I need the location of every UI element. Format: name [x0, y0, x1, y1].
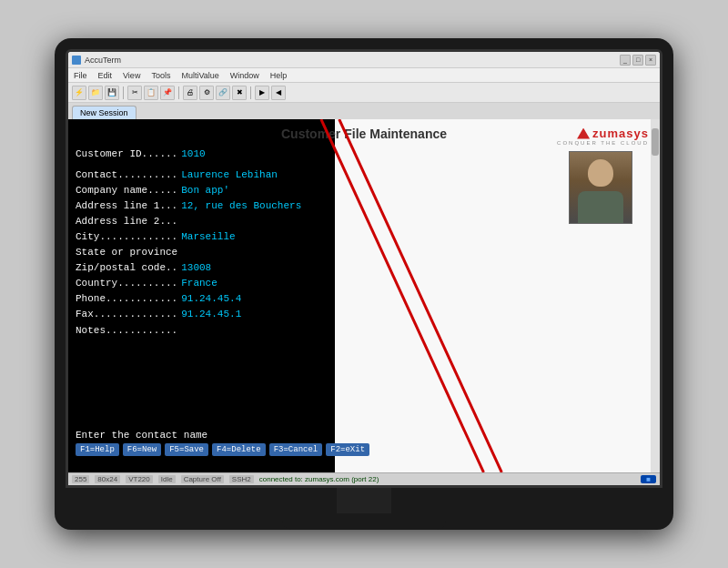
- country-label: Country..........: [76, 276, 177, 291]
- customer-id-label: Customer ID......: [76, 147, 177, 162]
- status-size: 255: [72, 475, 89, 483]
- row-notes: Notes............: [76, 323, 318, 339]
- status-term-type: VT220: [126, 475, 153, 483]
- prompt-area: Enter the contact name: [76, 430, 207, 441]
- phone-label: Phone............: [76, 291, 177, 307]
- contact-label: Contact..........: [76, 167, 177, 183]
- fkey-f4[interactable]: F4=Delete: [212, 443, 266, 456]
- app-title: AccuTerm: [85, 56, 121, 65]
- tab-new-session[interactable]: New Session: [72, 106, 136, 119]
- status-term-size: 80x24: [95, 475, 120, 483]
- toolbar-sep-2: [178, 86, 179, 99]
- status-connection: connected to: zumasys.com (port 22): [259, 475, 379, 483]
- photo-placeholder: [570, 152, 632, 223]
- terminal-content: Customer ID...... 1010 Contact..........…: [76, 147, 318, 339]
- row-address1: Address line 1... 12, rue des Bouchers: [76, 198, 318, 214]
- monitor: AccuTerm _ □ × File Edit View Tools Mult…: [55, 38, 673, 530]
- menu-edit[interactable]: Edit: [96, 71, 115, 80]
- country-value: France: [181, 276, 217, 291]
- menu-window[interactable]: Window: [228, 71, 261, 80]
- status-indicator: ■: [641, 475, 656, 483]
- app-icon: [72, 56, 81, 65]
- close-button[interactable]: ×: [645, 55, 656, 66]
- zumasys-icon: [577, 128, 590, 139]
- row-zip: Zip/postal code.. 13008: [76, 260, 318, 276]
- company-value: Bon app': [181, 183, 229, 198]
- row-company: Company name..... Bon app': [76, 183, 318, 198]
- menu-multivalue[interactable]: MultiValue: [179, 71, 220, 80]
- zumasys-name: zumasys: [592, 127, 649, 140]
- status-capture: Capture Off: [181, 475, 224, 483]
- toolbar: ⚡ 📁 💾 ✂ 📋 📌 🖨 ⚙ 🔗 ✖ ▶ ◀: [68, 83, 660, 103]
- toolbar-btn-settings[interactable]: ⚙: [199, 86, 214, 100]
- prompt-text: Enter the contact name: [76, 430, 207, 441]
- screen-bezel: AccuTerm _ □ × File Edit View Tools Mult…: [66, 49, 662, 488]
- toolbar-btn-save[interactable]: 💾: [105, 86, 119, 100]
- toolbar-btn-paste[interactable]: 📌: [160, 86, 175, 100]
- fkey-bar: F1=Help F6=New F5=Save F4=Delete F3=Canc…: [76, 443, 369, 456]
- address2-label: Address line 2...: [76, 214, 177, 229]
- row-country: Country.......... France: [76, 276, 318, 291]
- row-fax: Fax.............. 91.24.45.1: [76, 307, 318, 322]
- minimize-button[interactable]: _: [620, 55, 631, 66]
- tab-bar: New Session: [68, 103, 660, 119]
- phone-value: 91.24.45.4: [181, 291, 241, 307]
- fkey-f2[interactable]: F2=eXit: [326, 443, 369, 456]
- cfm-title: Customer File Maintenance: [281, 127, 447, 141]
- address2-censor: [181, 214, 308, 223]
- address1-value: 12, rue des Bouchers: [181, 198, 301, 214]
- app-window: AccuTerm _ □ × File Edit View Tools Mult…: [68, 52, 660, 485]
- toolbar-btn-new[interactable]: ⚡: [72, 86, 86, 100]
- toolbar-sep-1: [123, 86, 124, 99]
- menu-help[interactable]: Help: [268, 71, 289, 80]
- toolbar-btn-copy[interactable]: 📋: [144, 86, 158, 100]
- zumasys-tagline: CONQUER THE CLOUD: [557, 140, 649, 146]
- state-censor: [181, 245, 272, 254]
- scrollbar-thumb[interactable]: [652, 128, 659, 156]
- city-value: Marseille: [181, 229, 235, 245]
- country-censor: [221, 276, 294, 285]
- toolbar-btn-disconnect[interactable]: ✖: [232, 86, 247, 100]
- customer-id-censor: [209, 147, 318, 156]
- city-label: City.............: [76, 229, 177, 245]
- toolbar-btn-extra1[interactable]: ▶: [255, 86, 269, 100]
- toolbar-btn-open[interactable]: 📁: [88, 86, 103, 100]
- status-idle: Idle: [158, 475, 176, 483]
- toolbar-btn-connect[interactable]: 🔗: [216, 86, 230, 100]
- fkey-f3[interactable]: F3=Cancel: [269, 443, 323, 456]
- row-address2: Address line 2...: [76, 214, 318, 229]
- fkey-f1[interactable]: F1=Help: [76, 443, 119, 456]
- row-phone: Phone............ 91.24.45.4: [76, 291, 318, 307]
- title-bar-left: AccuTerm: [72, 56, 121, 65]
- photo-head: [588, 159, 613, 187]
- fkey-f5[interactable]: F5=Save: [165, 443, 208, 456]
- toolbar-btn-cut[interactable]: ✂: [127, 86, 142, 100]
- notes-censor: [181, 323, 318, 332]
- main-content: Customer File Maintenance zumasys CONQUE…: [68, 119, 660, 472]
- zumasys-logo: zumasys CONQUER THE CLOUD: [557, 127, 649, 146]
- contact-value: Laurence Lebihan: [181, 167, 278, 183]
- scrollbar[interactable]: [651, 119, 660, 472]
- menu-view[interactable]: View: [121, 71, 142, 80]
- fax-value: 91.24.45.1: [181, 307, 241, 322]
- toolbar-sep-3: [250, 86, 251, 99]
- menu-bar: File Edit View Tools MultiValue Window H…: [68, 68, 660, 83]
- status-ssh: SSH2: [229, 475, 254, 483]
- row-city: City............. Marseille: [76, 229, 318, 245]
- row-customer-id: Customer ID...... 1010: [76, 147, 318, 162]
- customer-id-value: 1010: [181, 147, 205, 162]
- menu-file[interactable]: File: [72, 71, 89, 80]
- maximize-button[interactable]: □: [632, 55, 643, 66]
- zip-value: 13008: [181, 260, 211, 276]
- notes-label: Notes............: [76, 323, 177, 339]
- fkey-f6[interactable]: F6=New: [123, 443, 161, 456]
- fax-label: Fax..............: [76, 307, 177, 322]
- company-label: Company name.....: [76, 183, 177, 198]
- toolbar-btn-print[interactable]: 🖨: [183, 86, 197, 100]
- menu-tools[interactable]: Tools: [149, 71, 172, 80]
- title-bar: AccuTerm _ □ ×: [68, 52, 660, 68]
- toolbar-btn-extra2[interactable]: ◀: [271, 86, 286, 100]
- zip-label: Zip/postal code..: [76, 260, 177, 276]
- monitor-stand-base: [282, 513, 446, 530]
- address1-label: Address line 1...: [76, 198, 177, 214]
